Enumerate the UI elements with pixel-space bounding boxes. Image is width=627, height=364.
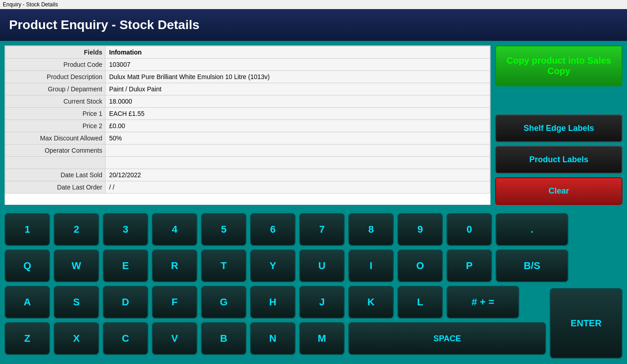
key-2[interactable]: 2 — [54, 213, 99, 246]
keyboard-area: 1 2 3 4 5 6 7 8 9 0 . Q W E R T Y U I O … — [0, 209, 627, 364]
key-k[interactable]: K — [348, 286, 394, 319]
data-table-container: Fields Infomation Product Code103007Prod… — [5, 45, 491, 205]
key-j[interactable]: J — [299, 286, 345, 319]
key-l[interactable]: L — [397, 286, 443, 319]
keyboard-left-rows: A S D F G H J K L # + = Z X C V B N M SP… — [5, 286, 546, 359]
shelf-edge-labels-button[interactable]: Shelf Edge Labels — [495, 115, 622, 142]
key-w[interactable]: W — [54, 249, 99, 282]
key-h[interactable]: H — [250, 286, 296, 319]
table-cell-value — [105, 145, 490, 157]
table-cell-value: 20/12/2022 — [105, 169, 490, 181]
key-i[interactable]: I — [348, 249, 394, 282]
key-5[interactable]: 5 — [201, 213, 246, 246]
copy-product-button[interactable]: Copy product into Sales Copy — [495, 45, 622, 86]
table-cell-value: Dulux Matt Pure Brilliant White Emulsion… — [105, 71, 490, 83]
table-cell-label: Date Last Order — [5, 181, 105, 194]
key-o[interactable]: O — [397, 249, 443, 282]
table-cell-label: Group / Deparment — [5, 83, 105, 95]
key-backspace[interactable]: B/S — [496, 249, 568, 282]
table-cell-value: £0.00 — [105, 120, 490, 132]
key-space[interactable]: SPACE — [348, 322, 546, 355]
table-row: Operator Comments — [5, 145, 490, 157]
key-6[interactable]: 6 — [250, 213, 296, 246]
table-cell-value: 18.0000 — [105, 95, 490, 108]
side-buttons-panel: Copy product into Sales Copy Shelf Edge … — [495, 45, 622, 205]
product-labels-button[interactable]: Product Labels — [495, 146, 622, 174]
key-q[interactable]: Q — [5, 249, 50, 282]
table-row: Current Stock18.0000 — [5, 95, 490, 108]
table-row — [5, 157, 490, 169]
col-info-header: Infomation — [105, 46, 490, 59]
table-row: Product DescriptionDulux Matt Pure Brill… — [5, 71, 490, 83]
table-header-row: Fields Infomation — [5, 46, 490, 59]
key-8[interactable]: 8 — [348, 213, 394, 246]
key-enter[interactable]: ENTER — [550, 288, 622, 359]
key-n[interactable]: N — [250, 322, 296, 355]
table-cell-value — [105, 157, 490, 169]
stock-details-table: Fields Infomation Product Code103007Prod… — [5, 46, 490, 194]
keyboard-row-zxcv: Z X C V B N M SPACE — [5, 322, 546, 355]
table-cell-label: Max Discount Allowed — [5, 132, 105, 145]
keyboard-row-asdf: A S D F G H J K L # + = — [5, 286, 546, 319]
key-u[interactable]: U — [299, 249, 345, 282]
key-g[interactable]: G — [201, 286, 246, 319]
table-cell-value: / / — [105, 181, 490, 194]
key-x[interactable]: X — [54, 322, 99, 355]
key-c[interactable]: C — [103, 322, 148, 355]
key-t[interactable]: T — [201, 249, 246, 282]
table-cell-value: 103007 — [105, 59, 490, 71]
table-cell-value: EACH £1.55 — [105, 108, 490, 120]
title-bar: Enquiry - Stock Details — [0, 0, 627, 9]
key-r[interactable]: R — [152, 249, 197, 282]
table-cell-label: Product Code — [5, 59, 105, 71]
table-cell-label: Price 2 — [5, 120, 105, 132]
keyboard-row-numbers: 1 2 3 4 5 6 7 8 9 0 . — [5, 213, 622, 246]
table-cell-value: 50% — [105, 132, 490, 145]
key-m[interactable]: M — [299, 322, 345, 355]
key-d[interactable]: D — [103, 286, 148, 319]
key-b[interactable]: B — [201, 322, 246, 355]
table-cell-label: Product Description — [5, 71, 105, 83]
key-1[interactable]: 1 — [5, 213, 50, 246]
main-area: Fields Infomation Product Code103007Prod… — [0, 41, 627, 205]
key-a[interactable]: A — [5, 286, 50, 319]
page-header: Product Enquiry - Stock Details — [0, 9, 627, 41]
key-v[interactable]: V — [152, 322, 197, 355]
title-bar-text: Enquiry - Stock Details — [3, 1, 58, 8]
key-dot[interactable]: . — [496, 213, 568, 246]
table-row: Max Discount Allowed50% — [5, 132, 490, 145]
table-cell-label: Operator Comments — [5, 145, 105, 157]
clear-button[interactable]: Clear — [495, 177, 622, 205]
key-z[interactable]: Z — [5, 322, 50, 355]
key-7[interactable]: 7 — [299, 213, 345, 246]
col-fields-header: Fields — [5, 46, 105, 59]
key-hash-plus-equals[interactable]: # + = — [446, 286, 519, 319]
table-row: Product Code103007 — [5, 59, 490, 71]
keyboard-row-qwerty: Q W E R T Y U I O P B/S — [5, 249, 622, 282]
key-0[interactable]: 0 — [446, 213, 492, 246]
table-cell-label: Date Last Sold — [5, 169, 105, 181]
key-f[interactable]: F — [152, 286, 197, 319]
key-s[interactable]: S — [54, 286, 99, 319]
key-y[interactable]: Y — [250, 249, 296, 282]
table-row: Group / DeparmentPaint / Dulux Paint — [5, 83, 490, 95]
table-cell-label: Price 1 — [5, 108, 105, 120]
key-3[interactable]: 3 — [103, 213, 148, 246]
table-cell-value: Paint / Dulux Paint — [105, 83, 490, 95]
key-4[interactable]: 4 — [152, 213, 197, 246]
table-row: Price 2£0.00 — [5, 120, 490, 132]
table-row: Price 1EACH £1.55 — [5, 108, 490, 120]
table-row: Date Last Order / / — [5, 181, 490, 194]
page-title: Product Enquiry - Stock Details — [9, 18, 200, 32]
key-p[interactable]: P — [446, 249, 492, 282]
keyboard-bottom-rows: A S D F G H J K L # + = Z X C V B N M SP… — [5, 286, 622, 359]
key-9[interactable]: 9 — [397, 213, 443, 246]
table-cell-label — [5, 157, 105, 169]
table-row: Date Last Sold20/12/2022 — [5, 169, 490, 181]
key-e[interactable]: E — [103, 249, 148, 282]
table-cell-label: Current Stock — [5, 95, 105, 108]
